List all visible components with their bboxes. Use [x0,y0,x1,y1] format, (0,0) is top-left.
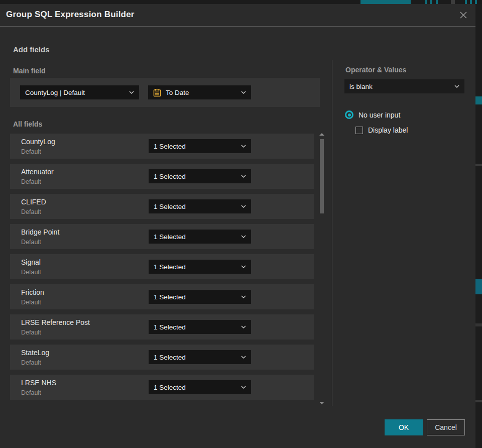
toolbar-fragment [430,0,432,4]
operator-value: is blank [349,83,450,90]
selected-count: 1 Selected [154,263,237,271]
field-name: LRSE NHS [21,379,56,387]
cancel-button[interactable]: Cancel [427,419,465,435]
chevron-down-icon [241,175,246,178]
main-field-dropdown[interactable]: CountyLog | Default [20,85,139,99]
field-selected-dropdown[interactable]: 1 Selected [149,260,251,274]
selected-count: 1 Selected [154,354,237,361]
display-label-checkbox[interactable]: Display label [355,126,408,134]
selected-count: 1 Selected [154,203,237,210]
field-name: Signal [21,258,41,266]
chevron-down-icon [241,295,246,298]
selected-count: 1 Selected [154,143,237,150]
radio-selected-icon [345,110,353,119]
field-name: Bridge Point [21,228,59,236]
field-name: CLIFED [21,198,46,206]
close-icon [459,11,468,20]
field-subtitle: Default [21,389,41,396]
checkbox-unchecked-icon [355,127,363,134]
toolbar-fragment [451,0,455,4]
field-subtitle: Default [21,178,41,185]
group-sql-expression-builder-dialog: Group SQL Expression Builder Add fields … [0,4,475,448]
chevron-down-icon [241,325,246,328]
selected-count: 1 Selected [154,323,237,331]
field-name: LRSE Reference Post [21,318,90,326]
chevron-down-icon [454,85,459,88]
chevron-down-icon [241,145,246,148]
operator-values-label: Operator & Values [345,66,406,74]
field-row-lrse-nhs: LRSE NHS Default 1 Selected [10,375,314,400]
main-field-type-dropdown[interactable]: To Date [148,85,251,99]
selected-count: 1 Selected [154,233,237,241]
dialog-header: Group SQL Expression Builder [0,4,475,27]
main-field-dropdown-value: CountyLog | Default [25,89,125,96]
background-fragment [475,164,482,166]
field-name: Friction [21,288,44,296]
background-fragment [475,96,482,104]
scroll-down-arrow-icon[interactable] [319,402,324,404]
background-toolbar-strip: Live view [0,0,482,4]
field-subtitle: Default [21,208,41,215]
field-selected-dropdown[interactable]: 1 Selected [149,199,251,213]
field-row-statelog: StateLog Default 1 Selected [10,345,314,370]
field-selected-dropdown[interactable]: 1 Selected [149,380,251,394]
field-subtitle: Default [21,269,41,276]
scrollbar-thumb[interactable] [320,139,324,213]
toolbar-fragment [475,0,477,4]
display-label-label: Display label [368,126,408,134]
add-fields-heading: Add fields [13,45,50,54]
field-name: CountyLog [21,138,55,146]
field-row-bridge-point: Bridge Point Default 1 Selected [10,224,314,249]
toolbar-fragment [470,0,472,4]
no-user-input-radio[interactable]: No user input [345,110,400,119]
field-selected-dropdown[interactable]: 1 Selected [149,350,251,364]
all-fields-label: All fields [13,120,42,128]
field-subtitle: Default [21,359,41,366]
ok-button[interactable]: OK [385,419,423,435]
background-fragment [475,323,482,326]
selected-count: 1 Selected [154,173,237,180]
chevron-down-icon [241,265,246,268]
main-field-type-value: To Date [166,89,237,96]
field-subtitle: Default [21,299,41,306]
chevron-down-icon [129,91,134,94]
calendar-icon [153,88,161,97]
background-page-edge [475,4,482,448]
chevron-down-icon [241,235,246,238]
no-user-input-label: No user input [358,111,400,119]
field-selected-dropdown[interactable]: 1 Selected [149,290,251,304]
field-subtitle: Default [21,148,41,155]
toolbar-fragment [465,0,467,4]
field-row-countylog: CountyLog Default 1 Selected [10,134,314,159]
chevron-down-icon [241,386,246,389]
chevron-down-icon [241,205,246,208]
scroll-up-arrow-icon[interactable] [319,133,324,136]
live-view-button: Live view [360,0,411,4]
field-selected-dropdown[interactable]: 1 Selected [149,169,251,183]
field-row-friction: Friction Default 1 Selected [10,284,314,309]
field-subtitle: Default [21,239,41,246]
dialog-title: Group SQL Expression Builder [6,10,135,20]
toolbar-fragment [425,0,427,4]
chevron-down-icon [241,91,246,94]
field-row-clifed: CLIFED Default 1 Selected [10,194,314,219]
main-field-label: Main field [13,67,46,75]
field-name: StateLog [21,349,49,357]
field-selected-dropdown[interactable]: 1 Selected [149,230,251,244]
field-row-signal: Signal Default 1 Selected [10,254,314,279]
chevron-down-icon [241,356,246,359]
field-row-lrse-reference-post: LRSE Reference Post Default 1 Selected [10,314,314,340]
field-selected-dropdown[interactable]: 1 Selected [149,139,251,153]
field-name: Attenuator [21,168,54,176]
selected-count: 1 Selected [154,293,237,301]
background-fragment [475,279,482,294]
background-fragment [475,400,482,402]
close-button[interactable] [455,7,471,23]
all-fields-list: CountyLog Default 1 Selected Attenuator … [10,134,314,405]
list-scrollbar[interactable] [319,132,325,406]
main-field-panel: CountyLog | Default To Date [10,78,320,107]
operator-dropdown[interactable]: is blank [344,79,464,93]
toolbar-fragment [436,0,438,4]
field-selected-dropdown[interactable]: 1 Selected [149,320,251,334]
selected-count: 1 Selected [154,384,237,391]
